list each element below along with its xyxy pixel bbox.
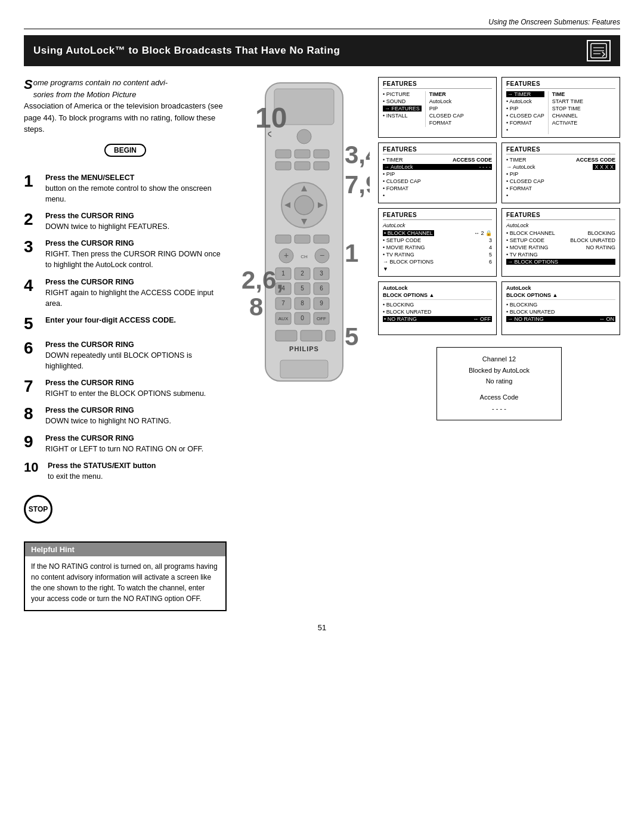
step-1: 1 Press the MENU/SELECT button on the re…	[24, 172, 227, 205]
screen-box-1-title: FEATURES	[383, 80, 492, 89]
stop-badge: STOP	[24, 495, 52, 524]
svg-point-6	[297, 129, 311, 144]
screen-box-2: FEATURES → TIMER • AutoLock • PIP • CLOS…	[501, 77, 620, 138]
svg-text:AUX: AUX	[278, 316, 289, 321]
hint-line6: - - - -	[469, 403, 530, 414]
step-5: 5 Enter your four-digit ACCESS CODE.	[24, 315, 227, 333]
svg-rect-9	[314, 150, 329, 158]
screen-box-4: FEATURES • TIMER ACCESS CODE → AutoLock …	[501, 143, 620, 203]
svg-text:PHILIPS: PHILIPS	[289, 345, 319, 352]
svg-text:CH: CH	[301, 254, 308, 259]
step-2-content: Press the CURSOR RING DOWN twice to high…	[45, 210, 169, 232]
main-layout: Some programs contain no content advi- s…	[24, 77, 620, 611]
left-column: Some programs contain no content advi- s…	[24, 77, 227, 611]
step-10-bold: Press the STATUS/EXIT button	[48, 462, 156, 470]
screens-row-1: FEATURES • PICTURE • SOUND → FEATURES • …	[378, 77, 620, 138]
steps-list: 1 Press the MENU/SELECT button on the re…	[24, 172, 227, 482]
svg-text:3: 3	[320, 270, 323, 277]
svg-text:2,6,: 2,6,	[242, 266, 283, 294]
step-2-num: 2	[24, 210, 41, 229]
step-1-num: 1	[24, 172, 41, 191]
svg-rect-51	[275, 330, 297, 341]
svg-text:+: +	[284, 250, 289, 260]
step-4: 4 Press the CURSOR RING RIGHT again to h…	[24, 277, 227, 309]
svg-text:1: 1	[345, 239, 358, 267]
screen-box-7: AutoLock BLOCK OPTIONS ▲ • BLOCKING • BL…	[378, 281, 497, 335]
intro-text: Some programs contain no content advi- s…	[24, 77, 227, 135]
svg-text:3,4,: 3,4,	[345, 141, 370, 169]
hint-line3: No rating	[469, 376, 530, 387]
step-6-text: DOWN repeatedly until BLOCK OPTIONS is h…	[45, 351, 192, 370]
right-column: + − CH 1 2 3 4	[239, 77, 620, 611]
step-10: 10 Press the STATUS/EXIT button to exit …	[24, 460, 227, 482]
step-3-text: RIGHT. Then press the CURSOR RING DOWN o…	[45, 250, 221, 269]
page-title: Using AutoLock™ to Block Broadcasts That…	[33, 45, 340, 57]
svg-rect-10	[275, 162, 291, 170]
step-10-num: 10	[24, 460, 43, 475]
step-7: 7 Press the CURSOR RING RIGHT to enter t…	[24, 377, 227, 399]
step-6: 6 Press the CURSOR RING DOWN repeatedly …	[24, 339, 227, 371]
svg-text:9: 9	[320, 300, 323, 306]
step-4-text: RIGHT again to highlight the ACCESS CODE…	[45, 289, 213, 308]
step-3: 3 Press the CURSOR RING RIGHT. Then pres…	[24, 238, 227, 270]
remote-svg: + − CH 1 2 3 4	[239, 77, 370, 411]
step-7-bold: Press the CURSOR RING	[45, 379, 134, 387]
svg-rect-55	[280, 360, 328, 378]
svg-text:0: 0	[301, 315, 304, 321]
step-7-text: RIGHT to enter the BLOCK OPTIONS submenu…	[45, 389, 206, 398]
svg-text:8: 8	[301, 300, 304, 306]
title-icon	[587, 40, 611, 61]
step-9: 9 Press the CURSOR RING RIGHT or LEFT to…	[24, 433, 227, 454]
step-7-num: 7	[24, 377, 41, 396]
svg-rect-53	[326, 330, 335, 341]
screen-box-8: AutoLock BLOCK OPTIONS ▲ • BLOCKING • BL…	[501, 281, 620, 335]
step-8: 8 Press the CURSOR RING DOWN twice to hi…	[24, 405, 227, 426]
screen-box-6: FEATURES AutoLock • BLOCK CHANNELBLOCKIN…	[501, 208, 620, 277]
step-9-content: Press the CURSOR RING RIGHT or LEFT to t…	[45, 433, 203, 454]
step-4-num: 4	[24, 277, 41, 295]
svg-text:5: 5	[301, 285, 304, 292]
header-text: Using the Onscreen Submenus: Features	[488, 18, 620, 26]
helpful-hint-box: Helpful Hint If the NO RATING control is…	[24, 541, 227, 611]
screen-box-4-title: FEATURES	[506, 146, 615, 154]
right-content: + − CH 1 2 3 4	[239, 77, 620, 420]
step-10-content: Press the STATUS/EXIT button to exit the…	[48, 460, 156, 482]
page-container: Using the Onscreen Submenus: Features Us…	[0, 0, 644, 833]
svg-rect-20	[295, 235, 310, 243]
step-8-text: DOWN twice to highlight NO RATING.	[45, 417, 171, 425]
svg-text:8: 8	[249, 293, 263, 321]
step-5-bold: Enter your four-digit ACCESS CODE.	[45, 316, 176, 324]
screen-box-5-title: FEATURES	[383, 212, 492, 220]
svg-text:7,9: 7,9	[345, 171, 370, 199]
step-2-text: DOWN twice to highlight FEATURES.	[45, 222, 169, 231]
svg-rect-21	[314, 235, 329, 243]
helpful-hint-text: If the NO RATING control is turned on, a…	[25, 561, 225, 604]
svg-point-14	[295, 196, 314, 215]
svg-rect-7	[275, 150, 291, 158]
step-5-num: 5	[24, 315, 41, 333]
step-9-text: RIGHT or LEFT to turn NO RATING ON or OF…	[45, 445, 203, 453]
page-num-text: 51	[318, 623, 326, 632]
screen-box-1: FEATURES • PICTURE • SOUND → FEATURES • …	[378, 77, 497, 138]
screen-box-3-title: FEATURES	[383, 146, 492, 154]
step-1-text: button on the remote control to show the…	[45, 184, 212, 203]
screens-row-3: FEATURES AutoLock • BLOCK CHANNEL ↔ 2 🔒 …	[378, 208, 620, 277]
step-10-text: to exit the menu.	[48, 472, 103, 481]
step-5-content: Enter your four-digit ACCESS CODE.	[45, 315, 176, 326]
step-3-num: 3	[24, 238, 41, 256]
title-bar: Using AutoLock™ to Block Broadcasts That…	[24, 35, 620, 66]
intro-italic2: sories from the Motion Picture	[33, 90, 137, 99]
svg-rect-8	[295, 150, 310, 158]
hint-line5: Access Code	[469, 392, 530, 403]
screens-column: FEATURES • PICTURE • SOUND → FEATURES • …	[378, 77, 620, 420]
hint-line1: Channel 12	[469, 354, 530, 365]
step-9-bold: Press the CURSOR RING	[45, 434, 134, 442]
step-1-content: Press the MENU/SELECT button on the remo…	[45, 172, 227, 205]
svg-rect-12	[314, 162, 329, 170]
helpful-hint-title-text: Helpful Hint	[31, 545, 75, 554]
step-3-bold: Press the CURSOR RING	[45, 239, 134, 247]
step-1-bold: Press the MENU/SELECT	[45, 174, 134, 182]
intro-italic1: ome programs contain no content advi-	[33, 78, 168, 87]
svg-text:−: −	[320, 250, 324, 260]
bottom-hint-box: Channel 12 Blocked by AutoLock No rating…	[436, 347, 562, 420]
